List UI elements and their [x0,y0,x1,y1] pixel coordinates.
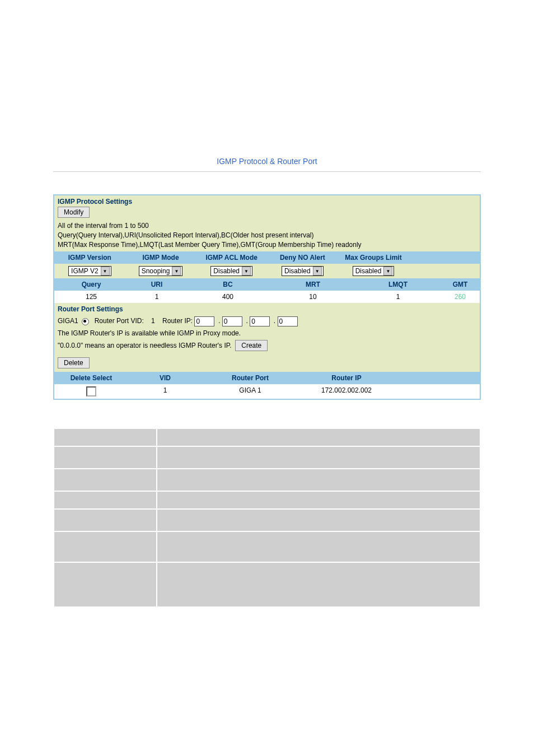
col-max-groups: Max Groups Limit [338,251,409,264]
title-divider [53,171,481,172]
table-row [54,491,480,509]
chevron-down-icon: ▼ [313,267,322,276]
col-spacer [409,251,480,264]
chevron-down-icon: ▼ [101,267,110,276]
col-gmt: GMT [441,278,480,291]
router-port-heading: Router Port Settings [54,303,480,313]
table-row [54,469,480,491]
protocol-table1-header: IGMP Version IGMP Mode IGMP ACL Mode Den… [54,251,480,264]
router-port-block: GIGA1 Router Port VID: 1 Router IP: . . … [54,313,480,354]
col-igmp-version: IGMP Version [54,251,125,264]
router-port-line1: GIGA1 Router Port VID: 1 Router IP: . . … [58,315,476,328]
col-bc: BC [185,278,270,291]
table-row [54,531,480,562]
router-port-vid-label: Router Port VID: [95,317,144,325]
val-bc: 400 [185,291,270,303]
router-ip-label: Router IP: [162,317,193,325]
col-mrt: MRT [270,278,355,291]
col-igmp-mode: IGMP Mode [125,251,196,264]
page-title: IGMP Protocol & Router Port [0,151,534,171]
col-router-ip: Router IP [298,372,395,384]
col-vid: VID [128,372,202,384]
col-lmqt: LMQT [355,278,441,291]
router-note-1: The IGMP Router's IP is available while … [58,328,476,340]
router-ip-octet-4[interactable] [278,316,298,326]
igmp-version-value: IGMP V2 [71,267,98,275]
col-deny-no-alert: Deny NO Alert [267,251,338,264]
delete-row: Delete [54,354,480,372]
router-ip-octet-2[interactable] [222,316,242,326]
info-line-1: All of the interval from 1 to 500 [58,221,476,231]
router-port-vid-value: 1 [151,317,155,325]
deny-no-alert-select[interactable]: Disabled ▼ [282,266,324,276]
router-note-2: "0.0.0.0" means an operator is needless … [58,342,232,349]
col-query: Query [54,278,128,291]
igmp-mode-select[interactable]: Snooping ▼ [139,266,183,276]
max-groups-value: Disabled [355,267,382,275]
protocol-info-block: All of the interval from 1 to 500 Query(… [54,220,480,251]
val-gmt: 260 [441,291,480,303]
val-mrt: 10 [270,291,355,303]
modify-row: Modify [54,206,480,220]
create-button[interactable]: Create [235,340,268,351]
info-line-3: MRT(Max Response Time),LMQT(Last Member … [58,240,476,250]
table-row [54,509,480,531]
igmp-acl-value: Disabled [213,267,240,275]
igmp-acl-select[interactable]: Disabled ▼ [210,266,252,276]
modify-button[interactable]: Modify [58,207,90,218]
val-query: 125 [54,291,128,303]
giga-label: GIGA1 [58,317,78,325]
max-groups-select[interactable]: Disabled ▼ [353,266,395,276]
table-row [54,562,480,607]
chevron-down-icon: ▼ [242,267,251,276]
protocol-table2-row: 125 1 400 10 1 260 [54,291,480,303]
chevron-down-icon: ▼ [383,267,392,276]
row-router-port: GIGA 1 [202,384,298,399]
lower-empty-table [53,428,481,608]
table-row [54,446,480,469]
delete-select-checkbox[interactable] [86,386,96,396]
col-uri: URI [128,278,185,291]
table-row [54,428,480,446]
chevron-down-icon: ▼ [172,267,181,276]
col-spacer [395,372,480,384]
igmp-mode-value: Snooping [142,267,170,275]
router-table-row: 1 GIGA 1 172.002.002.002 [54,384,480,399]
router-ip-octet-1[interactable] [194,316,214,326]
giga1-radio[interactable] [82,318,89,325]
main-panel: IGMP Protocol Settings Modify All of the… [53,194,481,400]
col-router-port: Router Port [202,372,298,384]
row-vid: 1 [128,384,202,399]
router-table-header: Delete Select VID Router Port Router IP [54,372,480,384]
col-delete-select: Delete Select [54,372,128,384]
col-igmp-acl: IGMP ACL Mode [196,251,267,264]
protocol-table2-header: Query URI BC MRT LMQT GMT [54,278,480,291]
protocol-settings-heading: IGMP Protocol Settings [54,195,480,206]
row-router-ip: 172.002.002.002 [298,384,395,399]
val-uri: 1 [128,291,185,303]
protocol-table1-row: IGMP V2 ▼ Snooping ▼ Disabled ▼ Disabled… [54,264,480,278]
router-note-2-line: "0.0.0.0" means an operator is needless … [58,340,476,352]
router-ip-octet-3[interactable] [250,316,270,326]
deny-no-alert-value: Disabled [284,267,311,275]
igmp-version-select[interactable]: IGMP V2 ▼ [68,266,111,276]
delete-button[interactable]: Delete [58,357,90,368]
val-lmqt: 1 [355,291,441,303]
info-line-2: Query(Query Interval),URI(Unsolicited Re… [58,231,476,240]
